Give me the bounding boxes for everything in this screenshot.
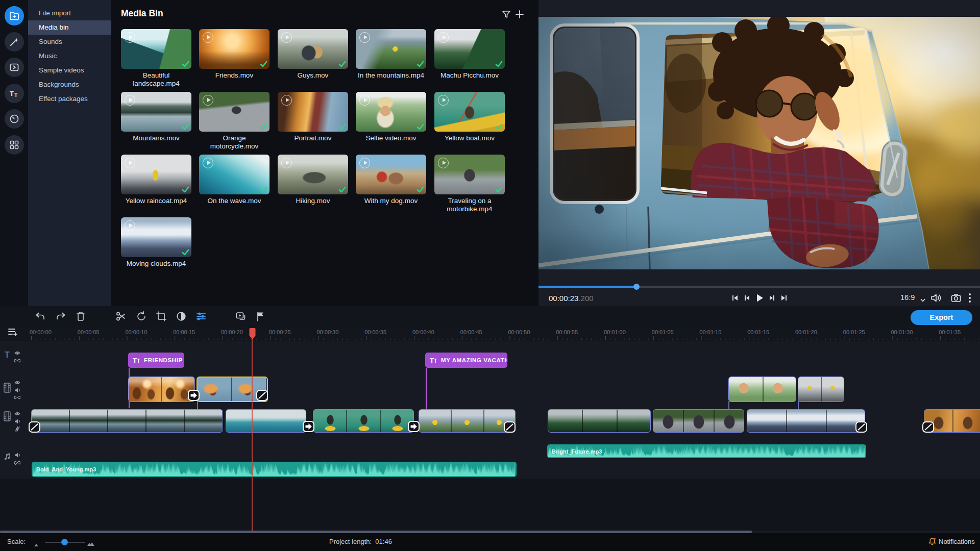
svg-text:00:00:30: 00:00:30 — [317, 329, 339, 335]
svg-text:00:01:10: 00:01:10 — [700, 329, 722, 335]
svg-text:00:00:45: 00:00:45 — [460, 329, 482, 335]
svg-text:00:01:05: 00:01:05 — [652, 329, 674, 335]
svg-text:00:01:00: 00:01:00 — [604, 329, 626, 335]
svg-text:T: T — [14, 92, 18, 98]
svg-text:00:01:30: 00:01:30 — [891, 329, 913, 335]
svg-text:00:00:10: 00:00:10 — [126, 329, 148, 335]
svg-text:00:01:25: 00:01:25 — [843, 329, 865, 335]
svg-text:00:00:15: 00:00:15 — [173, 329, 195, 335]
svg-text:00:01:35: 00:01:35 — [939, 329, 961, 335]
svg-text:00:01:20: 00:01:20 — [795, 329, 817, 335]
svg-text:00:00:50: 00:00:50 — [508, 329, 530, 335]
svg-text:00:00:05: 00:00:05 — [78, 329, 100, 335]
svg-text:00:00:20: 00:00:20 — [221, 329, 243, 335]
svg-text:T: T — [10, 90, 14, 97]
svg-text:00:00:25: 00:00:25 — [269, 329, 291, 335]
svg-text:00:00:40: 00:00:40 — [412, 329, 434, 335]
svg-text:00:00:55: 00:00:55 — [556, 329, 578, 335]
svg-text:00:01:15: 00:01:15 — [747, 329, 769, 335]
svg-text:00:00:35: 00:00:35 — [364, 329, 386, 335]
svg-text:00:00:00: 00:00:00 — [30, 329, 52, 335]
